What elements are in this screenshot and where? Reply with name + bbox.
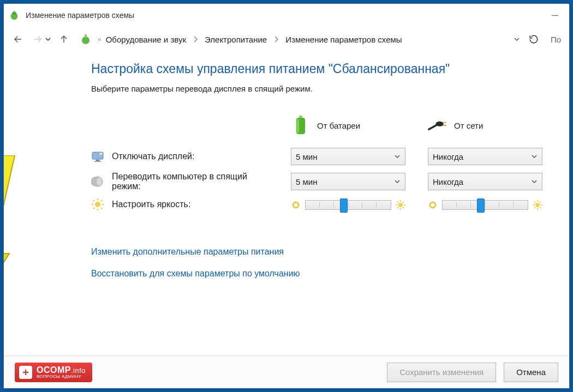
history-dropdown-icon[interactable]: [45, 36, 51, 43]
svg-line-44: [534, 207, 535, 208]
svg-point-26: [398, 203, 403, 207]
page-heading: Настройка схемы управления питанием "Сба…: [91, 62, 564, 76]
sleep-plugged-select[interactable]: Никогда: [428, 173, 542, 190]
navbar: « Оборудование и звук Электропитание Изм…: [4, 27, 569, 52]
svg-point-8: [435, 122, 443, 126]
row-label-display-off: Отключать дисплей:: [91, 147, 277, 166]
titlebar: Изменение параметров схемы: [4, 4, 569, 27]
svg-rect-4: [85, 34, 87, 38]
slider-thumb[interactable]: [477, 198, 485, 213]
column-header-battery-label: От батареи: [317, 121, 360, 130]
column-header-battery: От батареи: [291, 106, 414, 144]
display-off-plugged-select[interactable]: Никогда: [428, 148, 542, 165]
svg-line-43: [540, 202, 541, 203]
page-subtext: Выберите параметры перевода дисплея в сп…: [91, 84, 564, 93]
svg-point-3: [82, 37, 89, 44]
back-button[interactable]: [9, 31, 27, 48]
svg-line-23: [101, 200, 102, 201]
svg-point-25: [293, 202, 299, 208]
brightness-low-icon: [291, 200, 301, 210]
links-section: Изменить дополнительные параметры питани…: [91, 247, 564, 279]
sleep-battery-select[interactable]: 5 мин: [291, 173, 405, 190]
column-header-plugged-label: От сети: [454, 121, 483, 130]
brightness-high-icon: [533, 200, 542, 210]
plus-icon: +: [19, 366, 32, 379]
svg-line-41: [534, 202, 535, 203]
footer: + OCOMP.info ВОПРОСЫ АДМИНУ Сохранить из…: [4, 355, 569, 388]
svg-rect-9: [443, 122, 446, 123]
window: Изменение параметров схемы « Оборудовани…: [3, 3, 570, 389]
svg-line-34: [397, 207, 398, 208]
chevron-right-icon[interactable]: [193, 36, 198, 43]
breadcrumb-edit-plan[interactable]: Изменение параметров схемы: [285, 35, 402, 44]
chevron-down-icon: [531, 177, 538, 186]
annotation-arrow-icon: [4, 155, 26, 297]
svg-line-33: [403, 202, 404, 203]
chevron-right-icon[interactable]: [273, 36, 279, 43]
brightness-high-icon: [396, 200, 405, 210]
search-input[interactable]: По: [547, 35, 564, 44]
svg-rect-13: [94, 161, 101, 162]
svg-rect-7: [297, 119, 299, 133]
brightness-plugged-slider[interactable]: [428, 199, 542, 210]
breadcrumb-power-options[interactable]: Электропитание: [205, 35, 267, 44]
svg-line-31: [397, 202, 398, 203]
chevron-down-icon: [394, 152, 401, 161]
window-title: Изменение параметров схемы: [26, 11, 134, 20]
svg-rect-12: [96, 160, 99, 161]
svg-point-36: [535, 203, 540, 207]
refresh-button[interactable]: [524, 30, 543, 49]
brand-badge: + OCOMP.info ВОПРОСЫ АДМИНУ: [15, 363, 92, 382]
battery-icon: [291, 116, 311, 135]
power-options-icon: [8, 9, 20, 21]
svg-rect-10: [443, 125, 446, 126]
sun-icon: [91, 198, 104, 211]
row-label-sleep: Переводить компьютер в спящий режим:: [91, 168, 277, 195]
chevron-down-icon: [394, 177, 401, 186]
link-restore-defaults[interactable]: Восстановить для схемы параметры по умол…: [91, 269, 300, 279]
breadcrumb-overflow-icon[interactable]: «: [98, 35, 102, 43]
slider-thumb[interactable]: [340, 198, 348, 213]
brightness-low-icon: [428, 200, 438, 210]
row-label-brightness: Настроить яркость:: [91, 195, 277, 214]
breadcrumb-hardware-sound[interactable]: Оборудование и звук: [106, 35, 186, 44]
moon-icon: [91, 175, 104, 188]
display-off-battery-select[interactable]: 5 мин: [291, 148, 405, 165]
chevron-down-icon: [531, 152, 538, 161]
address-dropdown-icon[interactable]: [514, 35, 520, 44]
address-bar-icon[interactable]: [79, 33, 92, 46]
svg-line-22: [101, 208, 102, 209]
svg-line-42: [540, 207, 541, 208]
svg-point-14: [100, 153, 103, 155]
minimize-button[interactable]: [545, 9, 565, 22]
svg-line-32: [403, 207, 404, 208]
svg-point-35: [430, 202, 435, 208]
svg-point-16: [95, 202, 100, 207]
up-button[interactable]: [55, 31, 73, 48]
svg-line-21: [93, 200, 94, 201]
cancel-button[interactable]: Отмена: [504, 363, 558, 382]
monitor-icon: [91, 150, 104, 163]
svg-rect-5: [299, 116, 302, 118]
save-button[interactable]: Сохранить изменения: [387, 363, 496, 382]
settings-grid: От батареи От сети Отключать дисплей: 5 …: [91, 106, 564, 214]
content: Настройка схемы управления питанием "Сба…: [4, 52, 569, 355]
svg-rect-2: [12, 13, 16, 15]
brightness-battery-slider[interactable]: [291, 199, 405, 210]
plug-icon: [428, 116, 447, 135]
forward-button[interactable]: [29, 31, 46, 48]
svg-line-24: [93, 208, 94, 209]
link-advanced-settings[interactable]: Изменить дополнительные параметры питани…: [91, 247, 284, 257]
column-header-plugged: От сети: [428, 106, 551, 144]
